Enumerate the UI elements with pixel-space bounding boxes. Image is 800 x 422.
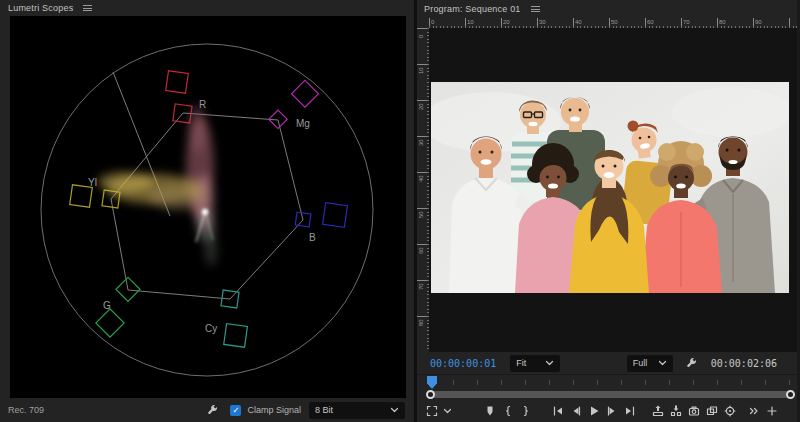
clamp-signal-checkbox[interactable]: ✓	[230, 405, 241, 416]
chevron-down-icon	[545, 360, 554, 366]
label-Yl: Yl	[88, 177, 97, 188]
program-titlebar: Program: Sequence 01	[417, 0, 797, 18]
playback-resolution-dropdown[interactable]: Full	[627, 355, 673, 372]
label-G: G	[103, 300, 111, 311]
lift-button[interactable]	[649, 402, 667, 420]
lumetri-titlebar: Lumetri Scopes	[0, 0, 414, 16]
app-window: Lumetri Scopes	[0, 0, 800, 422]
zoom-level-dropdown[interactable]: Fit	[510, 355, 560, 372]
comparison-view-button[interactable]	[703, 402, 721, 420]
label-Mg: Mg	[296, 118, 310, 129]
program-panel-tab[interactable]: Program: Sequence 01	[424, 4, 521, 14]
transport-controls	[417, 399, 797, 422]
vectorscope: R Mg B Cy G Yl	[10, 16, 406, 398]
export-frame-button[interactable]	[685, 402, 703, 420]
playhead[interactable]	[427, 376, 437, 389]
target-magenta	[269, 80, 319, 128]
h-ruler-label: 10	[465, 18, 474, 26]
vectorscope-trace	[98, 104, 217, 266]
ruler-corner	[417, 18, 429, 28]
ruler-row: 0102030405060708090	[417, 18, 797, 28]
timeline-ticks	[429, 380, 793, 385]
v-ruler-label: 80	[417, 319, 425, 326]
multi-camera-view-button[interactable]	[721, 402, 739, 420]
duration-timecode: 00:00:02:06	[711, 358, 777, 369]
h-ruler-label: 50	[609, 18, 618, 26]
go-to-in-button[interactable]	[549, 402, 567, 420]
vertical-ruler: 0102030405060708090	[417, 28, 429, 352]
mark-out-button[interactable]	[517, 402, 535, 420]
zoom-bar-track[interactable]	[429, 391, 792, 398]
drag-zoom-tool-button[interactable]	[423, 402, 441, 420]
target-blue	[295, 203, 347, 228]
step-forward-button[interactable]	[603, 402, 621, 420]
v-ruler-label: 30	[417, 139, 425, 146]
zoom-level-value: Fit	[516, 358, 526, 368]
mini-timeline[interactable]	[417, 374, 797, 390]
lumetri-panel-tab[interactable]: Lumetri Scopes	[8, 3, 73, 13]
extract-button[interactable]	[667, 402, 685, 420]
playback-resolution-value: Full	[633, 358, 648, 368]
go-to-out-button[interactable]	[621, 402, 639, 420]
v-ruler-label: 0	[417, 35, 425, 38]
v-ruler-label: 70	[417, 283, 425, 290]
label-Cy: Cy	[205, 323, 217, 334]
monitor-settings-wrench-icon[interactable]	[683, 355, 699, 371]
h-ruler-label: 60	[645, 18, 654, 26]
zoom-bar-left-handle[interactable]	[426, 390, 435, 399]
program-monitor-panel: Program: Sequence 01 0102030405060708090…	[417, 0, 797, 422]
add-marker-button[interactable]	[481, 402, 499, 420]
chevron-down-icon	[390, 407, 399, 413]
v-ruler-label: 60	[417, 247, 425, 254]
zoom-bar-right-handle[interactable]	[786, 390, 795, 399]
v-ruler-label: 40	[417, 175, 425, 182]
current-timecode[interactable]: 00:00:00:01	[430, 358, 496, 369]
color-space-label: Rec. 709	[8, 405, 44, 415]
lumetri-scopes-panel: Lumetri Scopes	[0, 0, 417, 422]
clamp-signal-label: Clamp Signal	[247, 405, 301, 415]
more-buttons-chevrons-icon[interactable]	[745, 402, 763, 420]
h-ruler-label: 90	[753, 18, 762, 26]
horizontal-ruler: 0102030405060708090	[429, 18, 797, 28]
v-ruler-label: 20	[417, 103, 425, 110]
h-ruler-label: 0	[429, 18, 434, 26]
video-preview-area	[429, 28, 797, 352]
v-ruler-label: 10	[417, 67, 425, 74]
target-red	[166, 71, 192, 123]
lumetri-footer: Rec. 709 ✓ Clamp Signal 8 Bit	[0, 398, 414, 422]
scope-settings-wrench-icon[interactable]	[204, 402, 220, 418]
bit-depth-value: 8 Bit	[315, 405, 333, 415]
group-photo	[431, 82, 789, 293]
panel-menu-icon[interactable]	[83, 5, 92, 11]
bit-depth-dropdown[interactable]: 8 Bit	[309, 402, 405, 419]
panel-menu-icon[interactable]	[531, 6, 540, 12]
h-ruler-label: 80	[717, 18, 726, 26]
h-ruler-label: 70	[681, 18, 690, 26]
play-button[interactable]	[585, 402, 603, 420]
chevron-down-icon	[658, 360, 667, 366]
h-ruler-label: 20	[501, 18, 510, 26]
h-ruler-label: 30	[537, 18, 546, 26]
button-editor-plus-button[interactable]	[763, 402, 781, 420]
label-B: B	[309, 232, 316, 243]
tool-menu-chevron-icon[interactable]	[441, 402, 453, 420]
mark-in-button[interactable]	[499, 402, 517, 420]
timeline-zoom-bar[interactable]	[417, 390, 797, 399]
v-ruler-label: 50	[417, 211, 425, 218]
timecode-row: 00:00:00:01 Fit Full 00:00:02:06	[417, 352, 797, 374]
h-ruler-label: 40	[573, 18, 582, 26]
step-back-button[interactable]	[567, 402, 585, 420]
